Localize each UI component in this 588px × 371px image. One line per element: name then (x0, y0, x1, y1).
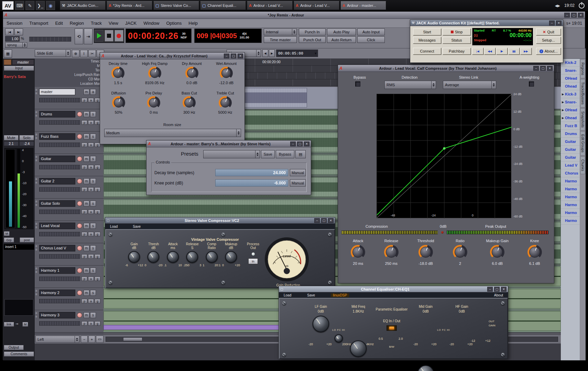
maximize-button[interactable]: ▢ (494, 287, 500, 292)
track-a-button[interactable]: a (88, 98, 94, 102)
ruler-name[interactable]: CD Mark (35, 77, 104, 82)
track-solo-button[interactable]: s (90, 201, 96, 206)
track-solo-button[interactable]: a (90, 89, 96, 95)
taskbar-window-button[interactable]: A Ardour - Lead V... (294, 1, 339, 10)
secondary-bbt-clock[interactable]: 009 |04|0305 4|4 101.00 (194, 29, 262, 43)
drag-grip-icon[interactable]: ≡≡ (35, 178, 37, 184)
track-mute-button[interactable]: m (84, 268, 89, 273)
drag-grip-icon[interactable]: ≡≡ (35, 245, 37, 251)
track-gain-slider[interactable] (39, 98, 80, 102)
knob[interactable] (148, 251, 159, 263)
track-p-button[interactable]: p (81, 277, 87, 281)
jack-messages-button[interactable]: Messages (413, 37, 441, 44)
ruler-name[interactable]: Loop/Punch Rang (35, 73, 104, 77)
knob[interactable] (147, 96, 160, 109)
plugin-bypass-button[interactable]: Bypass (276, 150, 294, 158)
track-solo-button[interactable]: s (90, 178, 96, 184)
goto-start-button[interactable]: |◀ (5, 29, 14, 35)
sidebar-tab[interactable]: Chunks (580, 156, 585, 174)
track-g-button[interactable]: g (95, 232, 100, 236)
maximize-button[interactable]: ▢ (231, 54, 236, 58)
grid-toggle-button[interactable]: ▦ (4, 49, 12, 58)
track-gain-slider[interactable] (39, 120, 80, 125)
knob[interactable] (167, 251, 179, 263)
track-solo-button[interactable]: s (90, 156, 96, 162)
spinner-icon[interactable] (236, 129, 241, 137)
spinner-icon[interactable] (22, 43, 27, 47)
track-gain-slider[interactable] (39, 187, 80, 192)
jack-play-button[interactable]: ▶ (496, 48, 508, 55)
track-p-button[interactable]: p (81, 210, 87, 214)
maximize-button[interactable]: ▢ (321, 218, 327, 223)
taskbar-window-button[interactable]: A *Joy Remix - Ard... (107, 1, 152, 10)
presets-combo[interactable] (203, 150, 260, 158)
jack-status-button[interactable]: Status (443, 37, 471, 44)
room-size-combo[interactable]: Medium (104, 129, 241, 137)
shuttle-slider[interactable] (29, 37, 71, 42)
track-solo-button[interactable]: s (90, 312, 96, 318)
track-mute-button[interactable]: m (84, 290, 89, 296)
knob[interactable] (185, 67, 198, 80)
track-mute-button[interactable]: m (84, 89, 89, 95)
track-gain-slider[interactable] (39, 210, 80, 214)
drag-grip-icon[interactable]: ≡≡ (35, 289, 37, 296)
shuttle-mode-combo[interactable]: sprung (5, 42, 27, 48)
knob[interactable] (225, 251, 237, 263)
loop-button[interactable]: ⟲ (75, 29, 83, 44)
knob[interactable] (206, 251, 218, 263)
track-a-button[interactable]: a (88, 232, 94, 236)
about-menu[interactable]: About (494, 293, 503, 297)
track-solo-button[interactable]: s (90, 223, 96, 229)
detection-combo[interactable]: RMS (384, 81, 436, 89)
desktop-switcher-icon[interactable]: ◀▶ (555, 4, 560, 8)
knob[interactable] (453, 245, 467, 259)
region-list-item[interactable]: ▶ Snare- (561, 98, 580, 106)
track-name-button[interactable]: master (39, 89, 75, 95)
keyboard-focus-button[interactable]: ▤ (295, 150, 306, 158)
track-solo-button[interactable]: s (90, 290, 96, 296)
link-target-button[interactable]: M (22, 322, 28, 327)
track-name-button[interactable]: Harmony 1 (39, 267, 75, 274)
maximize-button[interactable]: ▢ (297, 142, 303, 146)
track-name-button[interactable]: Guitar 2 (39, 178, 75, 184)
stop-button[interactable] (105, 30, 113, 42)
region-list-item[interactable]: Harmo (561, 193, 580, 201)
region-list-item[interactable]: Harmo (561, 201, 580, 209)
track-mute-button[interactable]: m (84, 178, 89, 184)
eq-in-out-button[interactable] (386, 325, 397, 331)
track-a-button[interactable]: a (88, 143, 94, 147)
region-list-item[interactable]: Harmo (561, 177, 580, 185)
control-slider[interactable]: -6.000 (215, 179, 288, 187)
sidebar-tab[interactable]: Tracks/Busses (580, 79, 585, 108)
expand-icon[interactable]: ▶ (562, 116, 565, 120)
sync-source-combo[interactable]: Internal (264, 29, 297, 35)
knob[interactable] (219, 96, 232, 109)
menu-item[interactable]: View (105, 19, 122, 28)
track-g-button[interactable]: g (95, 321, 100, 326)
record-enable-button[interactable] (77, 313, 82, 318)
track-gain-slider[interactable] (39, 321, 80, 326)
output-button[interactable]: Output (4, 345, 24, 350)
knob[interactable] (351, 245, 365, 259)
record-button[interactable] (115, 30, 123, 42)
minimize-button[interactable]: – (314, 218, 320, 223)
track-name-button[interactable]: Chorus Lead V (39, 245, 75, 251)
track-p-button[interactable]: p (81, 120, 87, 125)
zoom-in-button[interactable]: + (88, 336, 95, 343)
pre-post-button[interactable]: post (20, 237, 34, 243)
insert-slot[interactable]: insert 1 (4, 244, 34, 250)
track-p-button[interactable]: p (81, 98, 87, 102)
track-mute-button[interactable]: m (84, 156, 89, 162)
close-button[interactable]: ✕ (501, 287, 507, 292)
drag-grip-icon[interactable]: ≡≡ (35, 88, 37, 95)
jack-pause-button[interactable]: ▮▮ (508, 48, 520, 55)
minimize-button[interactable]: – (533, 66, 539, 71)
spinner-icon[interactable] (256, 50, 261, 57)
range-tool-button[interactable]: I (80, 50, 88, 57)
track-mute-button[interactable]: m (84, 312, 89, 318)
region-list-item[interactable]: Fuzz B (561, 122, 580, 130)
track-p-button[interactable]: p (81, 165, 87, 169)
strip-input-button[interactable]: Input (4, 66, 34, 71)
punch-range-button[interactable]: ⇥ (84, 29, 92, 44)
track-a-button[interactable]: a (88, 321, 94, 326)
